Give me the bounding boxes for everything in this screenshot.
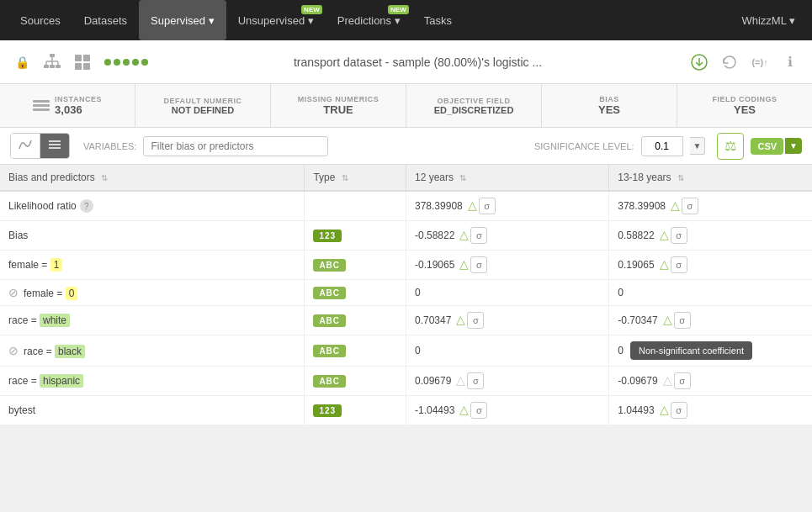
sigma-btn-12years[interactable]: σ [467,312,484,329]
significance-label: SIGNIFICANCE LEVEL: [534,141,634,151]
bell-icon-12years[interactable]: △ [456,313,465,326]
significance-input[interactable] [641,136,683,156]
value-12years: -1.04493 [415,404,454,416]
scale-icon[interactable]: ⚖ [717,133,744,160]
col-header-type[interactable]: Type ⇅ [305,165,406,191]
col-header-predictor[interactable]: Bias and predictors ⇅ [0,165,305,191]
bell-icon-1318years[interactable]: △ [663,373,672,387]
predictor-text: Bias [8,230,28,241]
sort-icon-1318years[interactable]: ⇅ [677,173,684,182]
bell-icon-12years[interactable]: △ [456,373,465,387]
locked-row-icon: ⊘ [8,286,19,299]
tree-icon[interactable] [40,50,64,74]
sigma-btn-12years[interactable]: σ [467,372,484,389]
sigma-btn-12years[interactable]: σ [470,256,487,273]
field-codings-label: FIELD CODINGS [712,95,777,103]
nav-sources[interactable]: Sources [8,0,72,40]
nav-tasks-label: Tasks [424,14,452,27]
filter-input[interactable] [143,136,328,156]
12years-cell: -0.19065△σ [406,251,609,280]
value-12years: -0.58822 [415,230,454,241]
predictor-cell: race = hispanic [0,367,305,396]
csv-button[interactable]: CSV [751,138,783,155]
bell-icon-12years[interactable]: △ [459,403,469,416]
refresh-icon[interactable] [718,50,741,74]
svg-rect-1 [44,65,49,68]
nav-predictions[interactable]: Predictions ▾ NEW [326,0,412,40]
type-tag-abc: ABC [313,259,346,272]
sigma-btn-12years[interactable]: σ [470,402,487,419]
value-1318years: 0.58822 [618,230,654,241]
predictor-cell: Bias [0,221,305,251]
col-header-1318years[interactable]: 13-18 years ⇅ [609,165,812,191]
bell-icon-12years[interactable]: △ [459,257,469,271]
bell-icon-1318years[interactable]: △ [663,313,672,326]
sigma-btn-12years[interactable]: σ [470,227,487,244]
sort-icon-12years[interactable]: ⇅ [459,173,466,182]
table-row: ⊘female = 0 ABC 0 0 [0,280,812,306]
type-cell: ABC [305,367,406,396]
type-cell: 123 [305,396,406,425]
sigma-btn-1318years[interactable]: σ [671,256,687,273]
1318years-cell: 0.19065△σ [609,251,812,280]
significance-arrow[interactable]: ▼ [690,137,706,155]
highlight-value: white [40,314,70,327]
svg-rect-12 [83,63,90,70]
value-1318years: 378.39908 [618,200,666,212]
col-header-12years[interactable]: 12 years ⇅ [406,165,609,191]
predictor-text: female = [24,288,66,299]
bell-icon-1318years[interactable]: △ [660,403,669,416]
table-row: Bias 123 -0.58822△σ 0.58822△σ [0,221,812,251]
value-1318years: 0.19065 [618,259,654,271]
sigma-btn-1318years[interactable]: σ [682,198,698,214]
value-12years: 0 [415,287,421,298]
type-tag-abc: ABC [313,345,346,357]
type-tag-123: 123 [313,404,342,417]
predictor-text: Likelihood ratio [8,200,77,212]
view-curve-btn[interactable] [11,134,40,158]
bell-icon-12years[interactable]: △ [468,198,477,212]
nav-unsupervised-label: Unsupervised ▾ [238,14,314,27]
1318years-cell: 378.39908△σ [609,191,812,221]
predictor-cell: ⊘female = 0 [0,280,305,306]
type-tag-abc: ABC [313,287,346,299]
sigma-btn-1318years[interactable]: σ [674,372,691,389]
highlight-value: black [55,345,85,358]
type-cell: ABC [305,280,406,306]
sigma-btn-12years[interactable]: σ [479,198,496,214]
sigma-btn-1318years[interactable]: σ [674,312,691,329]
bell-icon-1318years[interactable]: △ [671,198,680,212]
12years-cell: 0 [406,335,609,367]
nav-datasets[interactable]: Datasets [72,0,139,40]
type-cell: ABC [305,306,406,335]
nav-tasks[interactable]: Tasks [412,0,464,40]
bell-icon-1318years[interactable]: △ [660,257,669,271]
sigma-btn-1318years[interactable]: σ [671,227,687,244]
bell-icon-1318years[interactable]: △ [660,228,669,241]
predictor-cell: female = 1 [0,251,305,280]
bell-icon-12years[interactable]: △ [459,228,469,241]
lock-icon[interactable]: 🔒 [10,50,34,74]
formula-icon[interactable]: (=)↑ [748,50,772,74]
bias-value: YES [598,103,620,116]
nav-unsupervised[interactable]: Unsupervised ▾ NEW [226,0,326,40]
sort-icon-type[interactable]: ⇅ [342,173,348,182]
field-codings-cell: FIELD CODINGS YES [677,84,812,127]
sigma-btn-1318years[interactable]: σ [671,402,687,419]
nav-whizzml[interactable]: WhizzML ▾ [733,14,804,27]
nav-supervised[interactable]: Supervised ▾ [139,0,226,40]
value-12years: 0.09679 [415,375,451,387]
download-icon[interactable] [687,50,711,74]
highlight-value: hispanic [40,374,83,388]
1318years-cell: 1.04493△σ [609,396,812,425]
grid-icon[interactable] [71,50,94,74]
view-table-btn[interactable] [40,134,69,158]
value-12years: 0.70347 [415,314,451,326]
csv-dropdown-arrow[interactable]: ▼ [785,138,802,154]
field-codings-value: YES [734,103,756,116]
info-icon[interactable]: ℹ [778,50,802,74]
sort-icon-predictor[interactable]: ⇅ [101,173,108,182]
help-icon[interactable]: ? [80,199,93,213]
table-row: race = white ABC 0.70347△σ -0.70347△σ [0,306,812,335]
type-cell [305,191,406,221]
